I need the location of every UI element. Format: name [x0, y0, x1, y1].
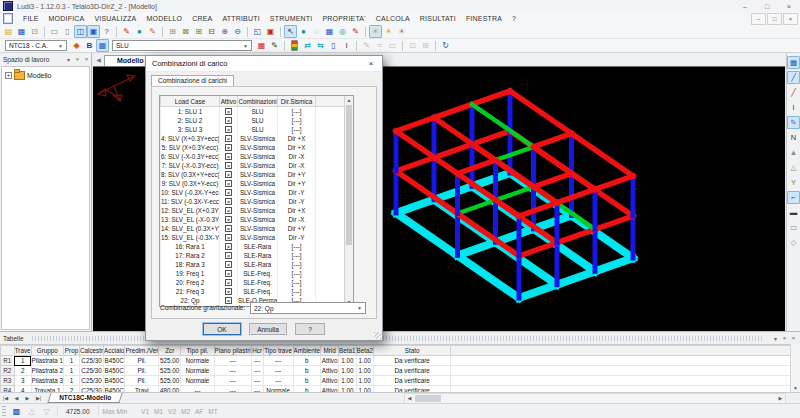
draw-line-icon[interactable]: ╱ — [787, 71, 800, 84]
edit-geometry-icon[interactable]: ✎ — [360, 39, 373, 52]
snap-status-icon[interactable]: ▩ — [10, 405, 23, 418]
load-case-row[interactable]: 2: SLU 2×SLU[---] — [161, 116, 348, 125]
preview-icon[interactable]: ▯ — [61, 25, 74, 38]
table-view-icon[interactable]: ▦ — [323, 25, 336, 38]
attivo-checkbox[interactable]: × — [225, 108, 232, 115]
grid-column-header[interactable]: Tipo trave — [263, 346, 293, 356]
curve-icon[interactable]: ≈ — [373, 39, 386, 52]
materials-icon[interactable]: B — [83, 39, 96, 52]
attivo-checkbox[interactable]: × — [225, 216, 232, 223]
grid-column-header[interactable]: Ambiente — [293, 346, 321, 356]
print-icon[interactable]: ▭ — [48, 25, 61, 38]
annotate-icon[interactable]: ✎ — [349, 25, 362, 38]
load-case-row[interactable]: 16: Rara 1×SLE-Rara[---] — [161, 242, 348, 251]
light-half-icon[interactable]: ☀ — [382, 25, 395, 38]
list-column-header[interactable]: Dir.Sismica — [278, 96, 316, 107]
attivo-checkbox[interactable]: × — [225, 126, 232, 133]
combos-table-icon[interactable]: ▦ — [255, 39, 268, 52]
draw-column-icon[interactable]: I — [787, 101, 800, 114]
refresh-icon[interactable]: ↻ — [439, 39, 452, 52]
help-icon[interactable]: ? — [100, 25, 113, 38]
attivo-checkbox[interactable]: × — [225, 297, 232, 304]
load-case-row[interactable]: 6: SLV (-X-0.3Y+ecc)×SLV-SismicaDir -X — [161, 152, 348, 161]
load-case-row[interactable]: 8: SLV (0.3X+Y+ecc)×SLV-SismicaDir +Y — [161, 170, 348, 179]
load-case-row[interactable]: 12: SLV_EL (X+0.3Y)×SLV-SismicaDir +X — [161, 206, 348, 215]
hinge-icon[interactable]: △ — [787, 161, 800, 174]
menu-modello[interactable]: MODELLO — [142, 15, 188, 22]
branch-icon[interactable]: Y — [787, 176, 800, 189]
sheet-tab-active[interactable]: NTC18C-Modello — [47, 393, 122, 403]
copy-icon[interactable]: ⊡ — [28, 25, 41, 38]
load-case-row[interactable]: 14: SLV_EL (0.3X+Y)×SLV-SismicaDir +Y — [161, 224, 348, 233]
combinations-list[interactable]: Load CaseAttivoCombinazioniDir.Sismica1:… — [159, 95, 354, 307]
add-node-icon[interactable]: ⊞ — [192, 25, 205, 38]
attivo-checkbox[interactable]: × — [225, 261, 232, 268]
cascade-icon[interactable]: ⊡ — [406, 39, 419, 52]
pin-icon[interactable]: ⌖ — [73, 56, 82, 63]
save-icon[interactable]: ▦ — [15, 25, 28, 38]
attivo-checkbox[interactable]: × — [225, 144, 232, 151]
wireframe-icon[interactable]: ◌ — [310, 25, 323, 38]
load-case-row[interactable]: 13: SLV_EL (-X-0.3Y)×SLV-SismicaDir -X — [161, 215, 348, 224]
view-3d-icon[interactable]: ▦ — [96, 39, 109, 52]
result-toggle-m2[interactable]: M2 — [181, 408, 190, 415]
grid-column-header[interactable]: Beta2 — [356, 346, 373, 356]
attivo-checkbox[interactable]: × — [225, 153, 232, 160]
attivo-checkbox[interactable]: × — [225, 171, 232, 178]
draw-beam-icon[interactable]: ╱ — [787, 86, 800, 99]
result-toggle-v2[interactable]: V2 — [168, 408, 176, 415]
maxmin-toggle[interactable]: Max Min — [103, 408, 128, 415]
load-case-row[interactable]: 5: SLV (X+0.3Y-ecc)×SLV-SismicaDir +X — [161, 143, 348, 152]
grid-icon[interactable]: ⊞ — [166, 25, 179, 38]
load-case-row[interactable]: 11: SLV (-0.3X-Y-ecc)×SLV-SismicaDir -Y — [161, 197, 348, 206]
load-case-row[interactable]: 10: SLV (-0.3X-Y+ecc)×SLV-SismicaDir -Y — [161, 188, 348, 197]
attivo-checkbox[interactable]: × — [225, 225, 232, 232]
assign-x-icon[interactable]: ⇄ — [301, 39, 314, 52]
menu-finestra[interactable]: FINESTRA — [461, 15, 507, 22]
pin-icon[interactable]: ⌖ — [780, 335, 789, 342]
section-i-icon[interactable]: I — [340, 39, 353, 52]
grid-column-header[interactable]: Stato — [373, 346, 450, 356]
open-icon[interactable]: ▤ — [2, 25, 15, 38]
sheet-nav-icon[interactable]: |◀ — [0, 395, 11, 401]
frame-icon[interactable]: ▭ — [386, 39, 399, 52]
menu-?[interactable]: ? — [507, 15, 521, 22]
brush-icon[interactable]: ✎ — [120, 25, 133, 38]
panel-menu-icon[interactable]: ▾ — [771, 335, 780, 342]
sheet-nav-icon[interactable]: ◀ — [11, 395, 22, 401]
panel-drag-handle[interactable] — [32, 336, 763, 341]
sheet-nav-icon[interactable]: ▶ — [22, 395, 33, 401]
close-icon[interactable]: × — [778, 1, 800, 12]
attivo-checkbox[interactable]: × — [225, 198, 232, 205]
load-case-row[interactable]: 3: SLU 3×SLU[---] — [161, 125, 348, 134]
menu-risultati[interactable]: RISULTATI — [415, 15, 461, 22]
maximize-icon[interactable]: □ — [756, 1, 778, 12]
mesh-icon[interactable]: ⊠ — [179, 25, 192, 38]
edit-pen-icon[interactable]: ✎ — [787, 116, 800, 129]
grid-column-header[interactable]: Hcr — [251, 346, 263, 356]
grid-row[interactable]: R33Pilastrata 31C25/30B450CPil.525.00Nor… — [1, 376, 791, 386]
result-toggle-af[interactable]: AF — [195, 408, 203, 415]
panel-menu-icon[interactable]: ▾ — [64, 56, 73, 63]
attivo-checkbox[interactable]: × — [225, 207, 232, 214]
globe-icon[interactable]: ◎ — [336, 25, 349, 38]
minimize-icon[interactable]: – — [734, 1, 756, 12]
grid-column-header[interactable]: Calcestr — [79, 346, 103, 356]
traffic-light-icon[interactable]: ▮ — [291, 40, 298, 51]
load-case-row[interactable]: 9: SLV (0.3X+Y-ecc)×SLV-SismicaDir +Y — [161, 179, 348, 188]
menu-attributi[interactable]: ATTRIBUTI — [217, 15, 264, 22]
result-toggle-mt[interactable]: MT — [208, 408, 217, 415]
result-toggle-v1[interactable]: V1 — [141, 408, 149, 415]
attivo-checkbox[interactable]: × — [225, 252, 232, 259]
attivo-checkbox[interactable]: × — [225, 180, 232, 187]
zoom-extents-icon[interactable]: ▣ — [264, 25, 277, 38]
ok-button[interactable]: OK — [203, 323, 241, 335]
grid-column-header[interactable] — [1, 346, 15, 356]
tile-windows-icon[interactable]: ◫ — [74, 25, 87, 38]
offset-icon[interactable]: ▬ — [787, 206, 800, 219]
attivo-checkbox[interactable]: × — [225, 117, 232, 124]
grid-column-header[interactable]: Prop — [64, 346, 80, 356]
level-icon[interactable]: ▭ — [787, 221, 800, 234]
load-case-row[interactable]: 19: Freq 1×SLE-Freq.[---] — [161, 269, 348, 278]
grid-column-header[interactable]: Acciaio — [104, 346, 125, 356]
